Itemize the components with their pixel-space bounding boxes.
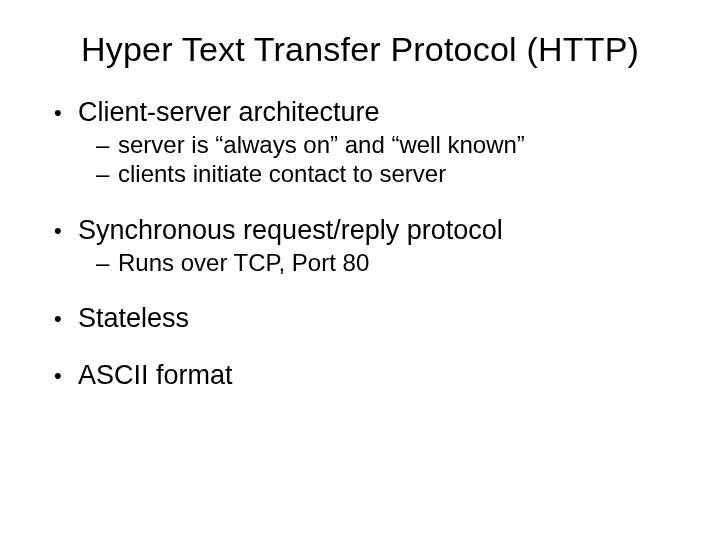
- sub-bullet-text: server is “always on” and “well known”: [118, 131, 525, 158]
- bullet-item: ASCII format: [50, 360, 670, 391]
- sub-bullet-list: Runs over TCP, Port 80: [96, 248, 670, 277]
- slide-title: Hyper Text Transfer Protocol (HTTP): [50, 30, 670, 69]
- sub-bullet-text: Runs over TCP, Port 80: [118, 249, 369, 276]
- bullet-item: Synchronous request/reply protocol Runs …: [50, 215, 670, 277]
- bullet-text: ASCII format: [78, 360, 233, 390]
- bullet-item: Client-server architecture server is “al…: [50, 97, 670, 189]
- bullet-item: Stateless: [50, 303, 670, 334]
- sub-bullet-text: clients initiate contact to server: [118, 160, 446, 187]
- bullet-text: Stateless: [78, 303, 189, 333]
- slide: Hyper Text Transfer Protocol (HTTP) Clie…: [0, 0, 720, 540]
- sub-bullet-item: server is “always on” and “well known”: [96, 130, 670, 159]
- bullet-list: Client-server architecture server is “al…: [50, 97, 670, 391]
- bullet-text: Client-server architecture: [78, 97, 380, 127]
- bullet-text: Synchronous request/reply protocol: [78, 215, 503, 245]
- sub-bullet-list: server is “always on” and “well known” c…: [96, 130, 670, 189]
- sub-bullet-item: clients initiate contact to server: [96, 159, 670, 188]
- sub-bullet-item: Runs over TCP, Port 80: [96, 248, 670, 277]
